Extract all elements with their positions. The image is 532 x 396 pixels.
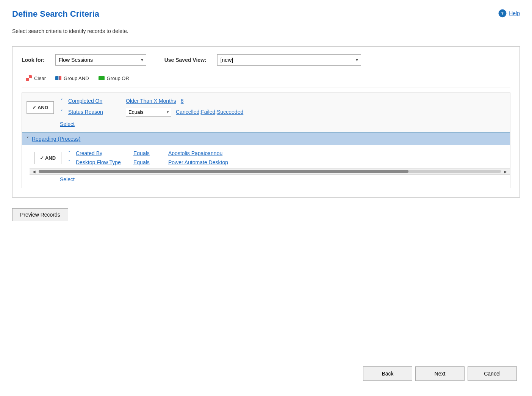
page-container: Define Search Criteria ? Help Select sea… bbox=[0, 0, 532, 396]
toolbar-row: Clear Group AND Group OR bbox=[22, 73, 510, 88]
and-badge-row: ✓ AND ˅ Completed On Older Than X Months… bbox=[22, 95, 510, 119]
status-reason-chevron[interactable]: ˅ bbox=[60, 109, 64, 115]
look-for-row: Look for: Flow Sessions Use Saved View: … bbox=[22, 54, 510, 66]
group-and-button[interactable]: Group AND bbox=[51, 73, 92, 83]
look-for-dropdown-wrapper: Flow Sessions bbox=[55, 54, 146, 66]
look-for-label: Look for: bbox=[22, 57, 45, 63]
select-row-2: Select bbox=[30, 175, 510, 185]
svg-rect-4 bbox=[29, 78, 32, 81]
page-title: Define Search Criteria bbox=[12, 9, 99, 19]
svg-rect-8 bbox=[99, 76, 101, 80]
condition-row-completed-on: ˅ Completed On Older Than X Months 6 bbox=[57, 97, 510, 105]
cancel-label: Cancel bbox=[484, 371, 501, 377]
completed-on-operator[interactable]: Older Than X Months bbox=[126, 98, 176, 104]
and-group: ✓ AND ˅ Completed On Older Than X Months… bbox=[22, 93, 510, 132]
help-label: Help bbox=[509, 10, 520, 16]
sub-and-badge: ✓ AND bbox=[34, 152, 61, 164]
group-or-icon bbox=[98, 75, 105, 82]
page-subtitle: Select search criteria to identify recor… bbox=[12, 28, 520, 34]
created-by-chevron[interactable]: ˅ bbox=[67, 151, 71, 156]
status-reason-operator-wrapper: Equals bbox=[126, 107, 171, 117]
desktop-flow-type-chevron[interactable]: ˅ bbox=[67, 160, 71, 165]
regarding-row[interactable]: ˅ Regarding (Process) bbox=[22, 132, 510, 145]
clear-icon bbox=[25, 75, 32, 82]
status-reason-field[interactable]: Status Reason bbox=[68, 109, 121, 115]
scroll-left-arrow[interactable]: ◀ bbox=[31, 170, 37, 174]
sub-group: ✓ AND ˅ Created By Equals Apostolis Papa… bbox=[22, 145, 510, 188]
help-link[interactable]: ? Help bbox=[498, 9, 520, 17]
back-label: Back bbox=[382, 371, 393, 377]
desktop-flow-type-value[interactable]: Power Automate Desktop bbox=[168, 159, 228, 165]
select-link-2[interactable]: Select bbox=[60, 176, 75, 182]
preview-records-button[interactable]: Preview Records bbox=[12, 208, 68, 221]
and-badge: ✓ AND bbox=[27, 101, 54, 114]
group-and-icon bbox=[55, 75, 62, 82]
svg-rect-7 bbox=[57, 76, 60, 80]
saved-view-select[interactable]: [new] bbox=[217, 54, 361, 66]
main-box: Look for: Flow Sessions Use Saved View: … bbox=[12, 46, 520, 198]
regarding-label[interactable]: Regarding (Process) bbox=[32, 136, 80, 142]
scroll-track[interactable] bbox=[39, 170, 501, 173]
scrollbar-row[interactable]: ◀ ▶ bbox=[30, 168, 510, 175]
group-or-button[interactable]: Group OR bbox=[94, 73, 133, 83]
created-by-value[interactable]: Apostolis Papaioannou bbox=[168, 150, 222, 156]
scroll-right-arrow[interactable]: ▶ bbox=[502, 170, 509, 174]
look-for-select[interactable]: Flow Sessions bbox=[55, 54, 146, 66]
bottom-bar: Preview Records bbox=[12, 208, 520, 221]
help-icon: ? bbox=[498, 9, 507, 17]
nav-buttons: Back Next Cancel bbox=[363, 366, 517, 381]
group-and-label: Group AND bbox=[64, 75, 89, 81]
sub-conditions-col: ˅ Created By Equals Apostolis Papaioanno… bbox=[64, 148, 510, 168]
condition-row-created-by: ˅ Created By Equals Apostolis Papaioanno… bbox=[64, 149, 510, 157]
select-link-1[interactable]: Select bbox=[60, 121, 75, 127]
svg-text:?: ? bbox=[501, 11, 504, 16]
condition-row-desktop-flow-type: ˅ Desktop Flow Type Equals Power Automat… bbox=[64, 158, 510, 167]
regarding-chevron[interactable]: ˅ bbox=[27, 136, 29, 141]
completed-on-chevron[interactable]: ˅ bbox=[60, 98, 64, 104]
sub-and-badge-row: ✓ AND ˅ Created By Equals Apostolis Papa… bbox=[30, 148, 510, 168]
clear-label: Clear bbox=[34, 75, 46, 81]
saved-view-label: Use Saved View: bbox=[164, 57, 207, 63]
clear-button[interactable]: Clear bbox=[22, 73, 50, 83]
completed-on-value[interactable]: 6 bbox=[181, 98, 184, 104]
criteria-area: ✓ AND ˅ Completed On Older Than X Months… bbox=[22, 93, 510, 188]
svg-rect-3 bbox=[26, 75, 29, 78]
select-row-1: Select bbox=[22, 119, 510, 130]
completed-on-field[interactable]: Completed On bbox=[68, 98, 121, 104]
created-by-operator[interactable]: Equals bbox=[133, 150, 164, 156]
cancel-button[interactable]: Cancel bbox=[468, 366, 517, 381]
header-row: Define Search Criteria ? Help bbox=[12, 9, 520, 19]
group-or-label: Group OR bbox=[107, 75, 129, 81]
scroll-thumb bbox=[39, 170, 408, 173]
back-button[interactable]: Back bbox=[363, 366, 412, 381]
created-by-field[interactable]: Created By bbox=[76, 150, 129, 156]
condition-row-status-reason: ˅ Status Reason Equals Cancelled;Failed;… bbox=[57, 106, 510, 118]
status-reason-operator-select[interactable]: Equals bbox=[126, 107, 171, 117]
desktop-flow-type-operator[interactable]: Equals bbox=[133, 159, 164, 165]
svg-rect-9 bbox=[102, 76, 105, 80]
saved-view-dropdown-wrapper: [new] bbox=[217, 54, 361, 66]
status-reason-value[interactable]: Cancelled;Failed;Succeeded bbox=[176, 109, 243, 115]
next-label: Next bbox=[435, 371, 446, 377]
next-button[interactable]: Next bbox=[415, 366, 465, 381]
desktop-flow-type-field[interactable]: Desktop Flow Type bbox=[76, 159, 129, 165]
conditions-col: ˅ Completed On Older Than X Months 6 ˅ S… bbox=[57, 95, 510, 119]
sub-and-group: ✓ AND ˅ Created By Equals Apostolis Papa… bbox=[22, 145, 510, 188]
